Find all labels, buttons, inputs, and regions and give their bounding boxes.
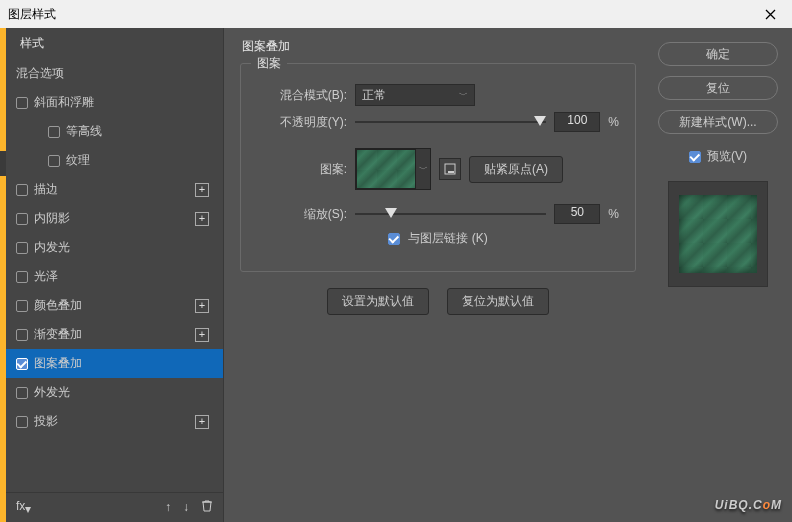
style-item-inner-shadow[interactable]: 内阴影+ xyxy=(6,204,223,233)
slider-thumb-icon[interactable] xyxy=(534,116,546,126)
arrow-up-icon[interactable]: ↑ xyxy=(165,500,171,514)
blending-options-item[interactable]: 混合选项 xyxy=(6,59,223,88)
style-item-color-overlay[interactable]: 颜色叠加+ xyxy=(6,291,223,320)
new-preset-icon xyxy=(444,163,456,175)
blending-options-label: 混合选项 xyxy=(16,65,64,82)
new-preset-button[interactable] xyxy=(439,158,461,180)
preview-checkbox[interactable] xyxy=(689,151,701,163)
style-item-inner-glow[interactable]: 内发光 xyxy=(6,233,223,262)
checkbox[interactable] xyxy=(16,329,28,341)
panel-title: 图案叠加 xyxy=(242,38,636,55)
make-default-button[interactable]: 设置为默认值 xyxy=(327,288,429,315)
add-icon[interactable]: + xyxy=(195,183,209,197)
chevron-down-icon[interactable]: ﹀ xyxy=(416,149,430,189)
reset-default-button[interactable]: 复位为默认值 xyxy=(447,288,549,315)
add-icon[interactable]: + xyxy=(195,299,209,313)
add-icon[interactable]: + xyxy=(195,212,209,226)
group-label: 图案 xyxy=(251,55,287,72)
preview-box xyxy=(668,181,768,287)
opacity-input[interactable]: 100 xyxy=(554,112,600,132)
opacity-slider[interactable] xyxy=(355,113,546,131)
style-item-contour[interactable]: 等高线 xyxy=(6,117,223,146)
scale-input[interactable]: 50 xyxy=(554,204,600,224)
checkbox[interactable] xyxy=(16,271,28,283)
style-item-drop-shadow[interactable]: 投影+ xyxy=(6,407,223,436)
pattern-group: 图案 混合模式(B): 正常 ﹀ 不透明度(Y): 100 % 图案: xyxy=(240,63,636,272)
scale-slider[interactable] xyxy=(355,205,546,223)
checkbox[interactable] xyxy=(16,416,28,428)
style-item-stroke[interactable]: 描边+ xyxy=(6,175,223,204)
link-label: 与图层链接 (K) xyxy=(408,230,487,247)
checkbox[interactable] xyxy=(16,184,28,196)
preview-label: 预览(V) xyxy=(707,148,747,165)
close-button[interactable] xyxy=(748,0,792,28)
chevron-down-icon: ﹀ xyxy=(459,89,468,102)
percent-label: % xyxy=(608,207,619,221)
opacity-label: 不透明度(Y): xyxy=(257,114,347,131)
checkbox[interactable] xyxy=(16,242,28,254)
titlebar: 图层样式 xyxy=(0,0,792,28)
pattern-swatch xyxy=(356,149,416,189)
checkbox[interactable] xyxy=(16,387,28,399)
close-icon xyxy=(765,9,776,20)
watermark: UiBQ.CoM xyxy=(715,491,782,514)
pattern-picker[interactable]: ﹀ xyxy=(355,148,431,190)
add-icon[interactable]: + xyxy=(195,415,209,429)
scale-label: 缩放(S): xyxy=(257,206,347,223)
cancel-button[interactable]: 复位 xyxy=(658,76,778,100)
link-checkbox[interactable] xyxy=(388,233,400,245)
styles-sidebar: 样式 混合选项 斜面和浮雕 等高线 纹理 描边+ 内阴影+ 内发光 光泽 颜色叠… xyxy=(6,28,224,522)
style-item-gradient-overlay[interactable]: 渐变叠加+ xyxy=(6,320,223,349)
fx-icon[interactable]: fx▾ xyxy=(16,499,31,516)
checkbox[interactable] xyxy=(48,155,60,167)
pattern-label: 图案: xyxy=(257,161,347,178)
new-style-button[interactable]: 新建样式(W)... xyxy=(658,110,778,134)
sidebar-header: 样式 xyxy=(6,28,223,59)
settings-panel: 图案叠加 图案 混合模式(B): 正常 ﹀ 不透明度(Y): 100 % 图案: xyxy=(224,28,652,522)
checkbox[interactable] xyxy=(16,97,28,109)
add-icon[interactable]: + xyxy=(195,328,209,342)
percent-label: % xyxy=(608,115,619,129)
blend-mode-value: 正常 xyxy=(362,87,386,104)
checkbox[interactable] xyxy=(16,213,28,225)
ok-button[interactable]: 确定 xyxy=(658,42,778,66)
style-item-satin[interactable]: 光泽 xyxy=(6,262,223,291)
checkbox[interactable] xyxy=(16,300,28,312)
svg-rect-1 xyxy=(448,171,454,173)
checkbox[interactable] xyxy=(16,358,28,370)
checkbox[interactable] xyxy=(48,126,60,138)
action-column: 确定 复位 新建样式(W)... 预览(V) xyxy=(652,28,792,522)
preview-swatch xyxy=(679,195,757,273)
style-item-texture[interactable]: 纹理 xyxy=(6,146,223,175)
window-title: 图层样式 xyxy=(8,6,56,23)
blend-mode-label: 混合模式(B): xyxy=(257,87,347,104)
style-item-pattern-overlay[interactable]: 图案叠加 xyxy=(6,349,223,378)
blend-mode-select[interactable]: 正常 ﹀ xyxy=(355,84,475,106)
style-item-bevel[interactable]: 斜面和浮雕 xyxy=(6,88,223,117)
snap-origin-button[interactable]: 贴紧原点(A) xyxy=(469,156,563,183)
slider-thumb-icon[interactable] xyxy=(385,208,397,218)
dialog-body: 样式 混合选项 斜面和浮雕 等高线 纹理 描边+ 内阴影+ 内发光 光泽 颜色叠… xyxy=(0,28,792,522)
arrow-down-icon[interactable]: ↓ xyxy=(183,500,189,514)
style-item-outer-glow[interactable]: 外发光 xyxy=(6,378,223,407)
trash-icon[interactable] xyxy=(201,499,213,515)
sidebar-footer: fx▾ ↑ ↓ xyxy=(6,492,223,522)
